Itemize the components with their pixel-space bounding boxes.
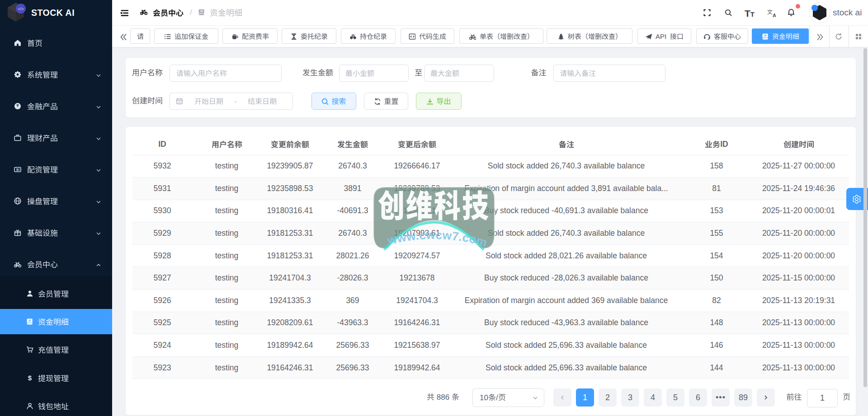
svg-text:$: $: [16, 168, 19, 172]
svg-text:</>: </>: [18, 7, 24, 11]
svg-text:$: $: [28, 374, 32, 382]
svg-text:A: A: [773, 13, 776, 18]
